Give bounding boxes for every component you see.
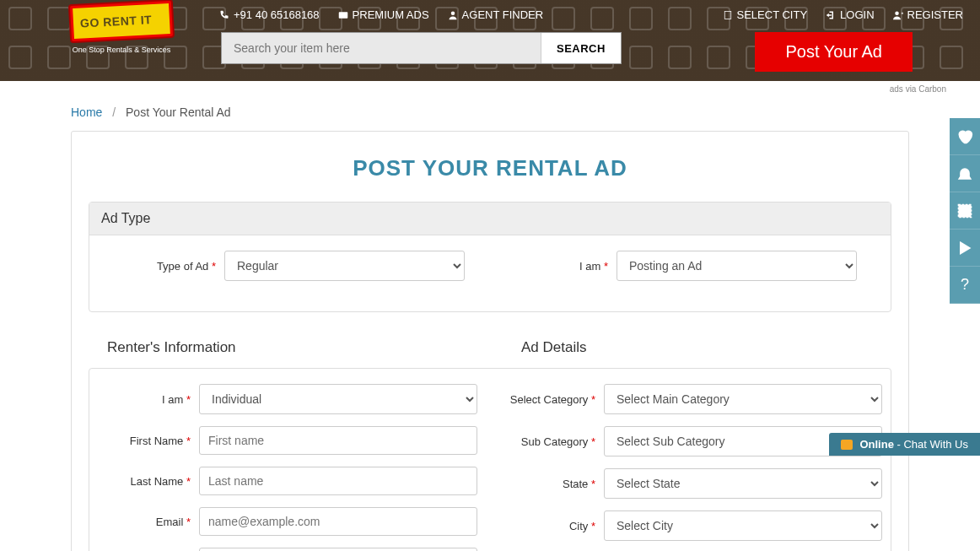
i-am-ad-select[interactable]: Posting an Ad: [617, 251, 857, 281]
help-button[interactable]: ?: [950, 267, 980, 304]
premium-ads-link[interactable]: PREMIUM ADS: [338, 8, 429, 21]
search-bar: SEARCH: [221, 32, 622, 64]
type-of-ad-label: Type of Ad *: [123, 260, 224, 273]
renter-iam-label: I am *: [98, 393, 199, 406]
state-label: State *: [503, 478, 604, 490]
category-select[interactable]: Select Main Category: [604, 384, 882, 414]
first-name-label: First Name *: [98, 435, 199, 447]
renter-iam-select[interactable]: Individual: [199, 384, 477, 414]
svg-rect-0: [338, 12, 347, 19]
page-title: POST YOUR RENTAL AD: [72, 155, 908, 181]
logo[interactable]: GO RENT IT One Stop Rentals & Services: [71, 3, 172, 54]
type-of-ad-select[interactable]: Regular: [224, 251, 465, 281]
section-heading-ad-type: Ad Type: [89, 203, 891, 235]
renter-column: I am * Individual First Name * Last Name…: [98, 384, 477, 551]
chat-status: Online: [859, 438, 893, 451]
register-link[interactable]: REGISTER: [893, 8, 963, 21]
phone-link[interactable]: +91 40 65168168: [219, 8, 320, 21]
section-heading-details: Ad Details: [521, 339, 891, 356]
category-label: Select Category *: [503, 393, 604, 406]
breadcrumb: Home / Post Your Rental Ad: [0, 94, 980, 131]
last-name-input[interactable]: [199, 467, 477, 495]
search-button[interactable]: SEARCH: [541, 33, 621, 63]
chat-widget[interactable]: Online - Chat With Us: [829, 433, 980, 456]
main-panel: POST YOUR RENTAL AD Ad Type Type of Ad *…: [71, 131, 909, 551]
favorites-button[interactable]: [950, 118, 980, 155]
first-name-input[interactable]: [199, 426, 477, 455]
login-link[interactable]: LOGIN: [826, 8, 874, 21]
details-column: Select Category * Select Main Category S…: [503, 384, 882, 551]
ads-via-carbon[interactable]: ads via Carbon: [0, 81, 980, 94]
section-heading-renter: Renter's Information: [107, 339, 477, 356]
search-input[interactable]: [222, 33, 541, 63]
post-your-ad-button[interactable]: Post Your Ad: [755, 32, 913, 72]
i-am-ad-label: I am *: [515, 260, 617, 273]
logo-tagline: One Stop Rentals & Services: [71, 46, 172, 54]
scan-button[interactable]: [950, 192, 980, 230]
subcategory-label: Sub Category *: [503, 435, 604, 448]
chat-icon: [841, 440, 853, 450]
city-label: City *: [503, 520, 604, 532]
logo-text: GO RENT IT: [80, 12, 164, 30]
svg-rect-2: [724, 11, 731, 19]
right-sidebar: ?: [950, 118, 980, 304]
select-city-link[interactable]: SELECT CITY: [723, 8, 808, 21]
play-button[interactable]: [950, 230, 980, 267]
section-ad-type: Ad Type Type of Ad * Regular I am * Post…: [89, 202, 891, 312]
svg-point-3: [895, 11, 899, 15]
top-header: GO RENT IT One Stop Rentals & Services +…: [0, 0, 980, 81]
email-label: Email *: [98, 516, 199, 528]
state-select[interactable]: Select State: [604, 468, 882, 499]
email-input[interactable]: [199, 507, 477, 536]
breadcrumb-current: Post Your Rental Ad: [126, 105, 231, 119]
notifications-button[interactable]: [950, 155, 980, 192]
chat-message: - Chat With Us: [894, 438, 968, 451]
last-name-label: Last Name *: [98, 475, 199, 488]
city-select[interactable]: Select City: [604, 510, 882, 541]
svg-rect-4: [959, 204, 972, 217]
agent-finder-link[interactable]: AGENT FINDER: [448, 8, 544, 21]
section-form: I am * Individual First Name * Last Name…: [89, 368, 891, 551]
mobile-input[interactable]: [199, 548, 477, 551]
svg-point-1: [450, 11, 455, 15]
breadcrumb-home[interactable]: Home: [71, 105, 102, 119]
